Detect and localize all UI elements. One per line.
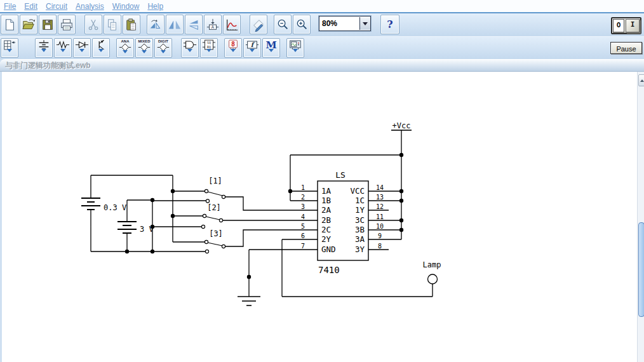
ewb-application-window: File Edit Circuit Analysis Window Help A… [0,0,644,362]
pin-number: 4 [301,213,305,220]
menu-bar: File Edit Circuit Analysis Window Help [0,0,644,12]
power-off-key[interactable]: O [613,19,624,32]
new-button[interactable] [1,15,18,34]
ground-symbol[interactable] [238,297,260,305]
diodes-bin-button[interactable] [73,38,91,58]
power-on-label: I [631,20,635,29]
subcircuit-glyph: A [211,24,215,29]
zoom-level-select[interactable]: 80% [319,16,371,31]
copy-icon [105,18,119,32]
flip-vertical-icon [187,18,201,32]
mixed-ics-bin-button[interactable]: MIXED [135,38,153,58]
pin-label: 3A [355,234,365,244]
logic-gates-bin-button[interactable] [181,38,199,58]
save-button[interactable] [39,15,57,34]
menu-item-file[interactable]: File [4,2,16,11]
open-button[interactable] [20,15,37,34]
dropdown-arrow [98,49,104,55]
paste-clipboard-icon [124,18,138,32]
pin-number: 14 [376,184,384,191]
dropdown-arrow [250,49,255,55]
pin-label: 1Y [355,205,365,215]
dropdown-arrow [7,49,12,55]
menu-item-window[interactable]: Window [112,2,140,11]
instruments-bin-button[interactable] [286,38,304,58]
pin-label: 2B [321,215,331,225]
cut-scissors-icon [86,18,100,32]
digital-bin-button[interactable]: SQRQ [200,38,218,58]
indicators-bin-button[interactable]: 8 [224,38,242,58]
pin-number: 2 [301,194,305,201]
lamp-label: Lamp [423,260,441,269]
pin-label: 2A [321,205,332,215]
vertical-scrollbar[interactable] [637,72,644,362]
flip-vertical-button[interactable] [185,15,203,34]
help-button[interactable]: ? [380,15,399,34]
zoom-dropdown-button[interactable] [359,17,370,30]
pause-button[interactable]: Pause [610,42,642,54]
display-graphs-button[interactable] [223,15,241,34]
scroll-up-button[interactable] [638,74,644,86]
dropdown-arrow [79,49,84,55]
battery-label: 0.3 V [104,203,126,212]
pin-label: 3Y [355,245,365,254]
battery-0-3v[interactable]: 0.3 V [81,198,126,212]
menu-item-help[interactable]: Help [147,2,163,11]
cut-button[interactable] [84,15,102,34]
pin-number: 1 [301,184,305,191]
basic-bin-button[interactable] [54,38,72,58]
pin-number: 13 [376,194,384,201]
open-folder-icon [22,18,36,32]
flip-horizontal-button[interactable] [166,15,184,34]
zoom-in-button[interactable] [293,15,311,34]
digital-ics-bin-button[interactable]: DIGIT [154,38,172,58]
miscellaneous-bin-button[interactable]: M [262,38,280,58]
create-subcircuit-button[interactable]: A [204,15,222,34]
sources-bin-button[interactable] [35,38,53,58]
rotate-icon [149,18,163,32]
scrollbar-thumb[interactable] [638,222,644,317]
pin-label: 3B [355,225,365,234]
switch-3[interactable]: [3] [205,229,225,253]
transistors-bin-button[interactable] [92,38,110,58]
power-switch[interactable]: O I [611,17,641,34]
zoom-level-value: 80% [319,19,359,28]
pin-label: 2C [321,225,331,234]
custom-bin-button[interactable] [1,38,18,58]
dropdown-arrow [187,49,192,55]
lamp-indicator[interactable]: Lamp [423,260,441,284]
battery-3v[interactable]: 3 V [117,222,154,234]
dropdown-arrow [161,50,166,56]
menu-item-edit[interactable]: Edit [24,2,37,11]
pin-number: 3 [301,203,305,210]
properties-icon [252,18,265,32]
pin-label: 1C [355,196,365,205]
menu-item-circuit[interactable]: Circuit [46,2,67,11]
circuit-canvas[interactable]: 0.3 V 3 V [1] [2] [2,72,637,362]
power-on-key[interactable]: I [626,19,640,32]
dropdown-arrow [231,49,236,55]
zoom-in-icon [295,18,309,32]
chevron-down-icon [363,22,368,28]
dropdown-arrow [123,50,128,56]
analog-ics-bin-button[interactable]: ANA [116,38,134,58]
vcc-source[interactable]: +Vcc [391,121,412,130]
menu-item-analysis[interactable]: Analysis [76,2,104,11]
controls-bin-button[interactable]: f [243,38,261,58]
document-title-bar: 与非门逻辑功能测试.ewb [0,59,644,72]
copy-button[interactable] [104,15,121,34]
zoom-out-button[interactable] [274,15,292,34]
switch-2[interactable]: [2] [201,203,222,229]
rotate-button[interactable] [147,15,164,34]
chip-part-number: 7410 [318,265,340,275]
switch-label: [1] [208,177,222,185]
dropdown-arrow [206,49,211,55]
print-button[interactable] [58,15,76,34]
dropdown-arrow [269,49,274,55]
paste-button[interactable] [123,15,140,34]
switch-1[interactable]: [1] [205,177,225,203]
ic-7410[interactable]: LS 7410 1A 1B 2A 2B 2C 2Y GND VCC 1C 1Y … [301,170,384,275]
switch-label: [2] [207,203,221,212]
component-properties-button[interactable] [250,15,267,34]
pin-number: 9 [378,232,382,239]
